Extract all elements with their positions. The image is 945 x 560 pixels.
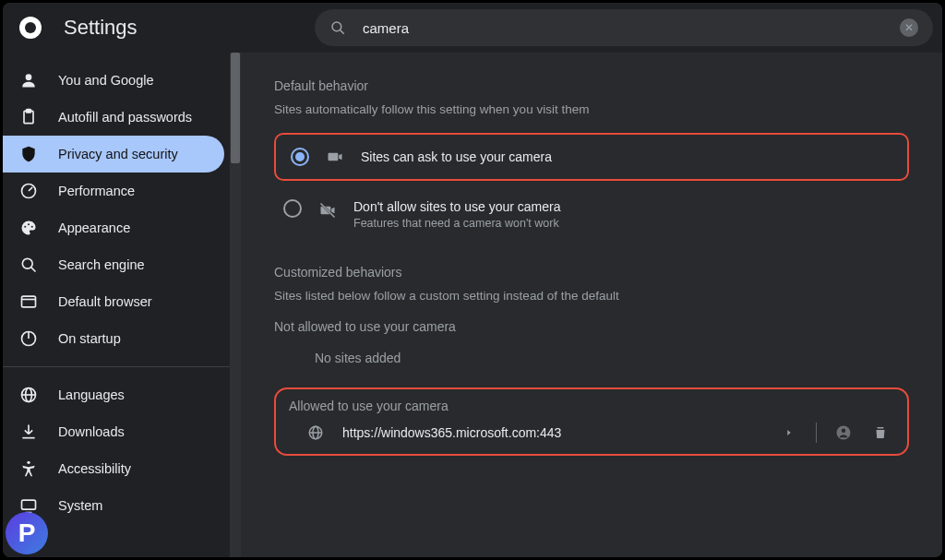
blocked-empty-text: No sites added [274, 334, 909, 371]
sidebar-item-label: Privacy and security [58, 147, 178, 161]
sidebar-item-label: System [58, 498, 102, 513]
radio-sub-label: Features that need a camera won't work [353, 217, 560, 230]
page-title: Settings [64, 16, 304, 40]
search-icon [19, 256, 38, 274]
main-panel: Default behavior Sites automatically fol… [241, 53, 942, 557]
sidebar-item-on-startup[interactable]: On startup [3, 320, 224, 357]
sidebar: You and Google Autofill and passwords Pr… [3, 53, 241, 557]
sidebar-item-autofill[interactable]: Autofill and passwords [3, 99, 224, 136]
globe-icon [305, 424, 326, 441]
sidebar-item-appearance[interactable]: Appearance [3, 209, 224, 246]
sidebar-item-privacy-security[interactable]: Privacy and security [3, 136, 224, 173]
managed-icon [833, 424, 854, 441]
svg-line-1 [341, 30, 344, 34]
camera-on-icon [326, 148, 344, 166]
svg-point-6 [24, 226, 26, 228]
watermark-badge: P [6, 512, 48, 554]
svg-line-10 [31, 268, 36, 272]
clear-search-icon[interactable]: ✕ [900, 18, 918, 37]
allowed-section-title: Allowed to use your camera [289, 399, 894, 413]
clipboard-icon [19, 108, 38, 126]
sidebar-divider [3, 366, 241, 367]
globe-icon [19, 386, 38, 404]
radio-label: Don't allow sites to use your camera [353, 199, 560, 214]
sidebar-item-label: Performance [58, 184, 135, 198]
sidebar-item-label: Accessibility [58, 461, 131, 476]
power-icon [19, 329, 38, 348]
browser-icon [19, 292, 38, 311]
default-behavior-title: Default behavior [274, 78, 909, 93]
chrome-logo-icon [19, 17, 42, 39]
sidebar-item-languages[interactable]: Languages [3, 376, 224, 413]
sidebar-item-accessibility[interactable]: Accessibility [3, 450, 224, 487]
sidebar-item-performance[interactable]: Performance [3, 173, 224, 209]
highlight-allow-option: Sites can ask to use your camera [274, 133, 909, 181]
svg-point-9 [22, 258, 32, 268]
radio-label: Sites can ask to use your camera [361, 149, 552, 164]
expand-icon[interactable] [779, 428, 799, 437]
radio-checked-icon [291, 148, 309, 166]
custom-behaviors-desc: Sites listed below follow a custom setti… [274, 289, 909, 303]
svg-rect-20 [22, 500, 36, 509]
sidebar-item-you-and-google[interactable]: You and Google [3, 62, 224, 99]
person-icon [19, 71, 38, 89]
vertical-divider [816, 423, 817, 443]
allowed-site-url: https://windows365.microsoft.com:443 [342, 425, 762, 440]
default-behavior-desc: Sites automatically follow this setting … [274, 102, 909, 116]
radio-sites-can-ask[interactable]: Sites can ask to use your camera [281, 137, 902, 177]
svg-point-8 [31, 226, 33, 228]
radio-unchecked-icon [283, 199, 302, 218]
search-input[interactable] [363, 20, 900, 36]
palette-icon [19, 219, 38, 237]
search-icon [329, 19, 346, 36]
sidebar-item-search-engine[interactable]: Search engine [3, 246, 224, 283]
sidebar-item-label: Default browser [58, 294, 152, 309]
sidebar-item-label: Autofill and passwords [58, 110, 192, 125]
allowed-site-row[interactable]: https://windows365.microsoft.com:443 [289, 413, 894, 443]
svg-point-2 [26, 74, 32, 80]
svg-point-19 [27, 461, 30, 464]
svg-point-0 [332, 22, 341, 31]
sidebar-item-label: Languages [58, 387, 125, 402]
svg-rect-11 [22, 296, 36, 307]
radio-dont-allow[interactable]: Don't allow sites to use your camera Fea… [274, 188, 909, 241]
svg-point-7 [28, 223, 30, 225]
search-box[interactable]: ✕ [315, 9, 933, 46]
sidebar-item-default-browser[interactable]: Default browser [3, 283, 224, 320]
delete-icon[interactable] [870, 424, 891, 441]
sidebar-item-label: Downloads [58, 424, 125, 439]
sidebar-item-label: On startup [58, 331, 121, 346]
custom-behaviors-title: Customized behaviors [274, 265, 909, 280]
camera-off-icon [318, 201, 337, 220]
sidebar-item-label: Search engine [58, 257, 145, 272]
sidebar-item-downloads[interactable]: Downloads [3, 413, 224, 450]
gauge-icon [19, 182, 38, 200]
shield-icon [19, 145, 38, 163]
download-icon [19, 423, 38, 441]
svg-rect-4 [27, 110, 31, 113]
svg-point-28 [842, 429, 846, 434]
sidebar-item-label: You and Google [58, 73, 153, 88]
sidebar-scrollbar-thumb[interactable] [231, 53, 240, 163]
sidebar-item-label: Appearance [58, 220, 130, 235]
accessibility-icon [19, 459, 38, 478]
blocked-section-title: Not allowed to use your camera [274, 319, 909, 334]
highlight-allowed-section: Allowed to use your camera https://windo… [274, 387, 909, 456]
